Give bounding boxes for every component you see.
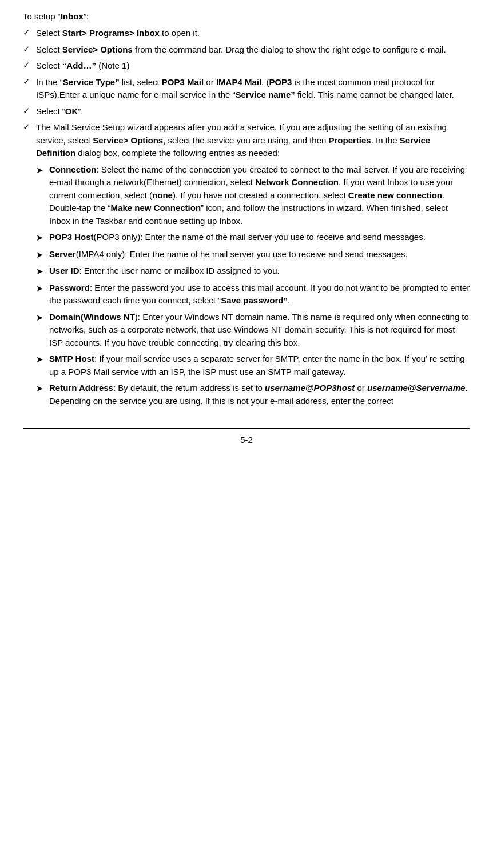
arrow-icon: ➤: [36, 164, 43, 177]
checkmark-icon: ✓: [23, 27, 30, 38]
list-item: ➤ Password: Enter the password you use t…: [36, 282, 470, 307]
arrow-icon: ➤: [36, 265, 43, 278]
bullet-text: The Mail Service Setup wizard appears af…: [36, 121, 470, 411]
arrow-icon: ➤: [36, 353, 43, 366]
checkmark-icon: ✓: [23, 106, 30, 116]
sub-text: Server(IMPA4 only): Enter the name of he…: [49, 248, 470, 261]
list-item: ➤ Connection: Select the name of the con…: [36, 163, 470, 228]
sub-text: Return Address: By default, the return a…: [49, 382, 470, 407]
checkmark-icon: ✓: [23, 44, 30, 54]
arrow-icon: ➤: [36, 311, 43, 325]
bullet-text: Select “OK”.: [36, 105, 470, 118]
list-item: ➤ Server(IMPA4 only): Enter the name of …: [36, 248, 470, 262]
list-item: ➤ SMTP Host: If your mail service uses a…: [36, 353, 470, 378]
sub-text: Domain(Windows NT): Enter your Windows N…: [49, 311, 470, 350]
list-item: ➤ Return Address: By default, the return…: [36, 382, 470, 407]
page-title: To setup “Inbox”:: [23, 11, 470, 21]
sub-text: POP3 Host(POP3 only): Enter the name of …: [49, 231, 470, 244]
main-bullet-list: ✓ Select Start> Programs> Inbox to open …: [23, 27, 470, 411]
list-item: ✓ In the “Service Type” list, select POP…: [23, 76, 470, 102]
list-item: ➤ POP3 Host(POP3 only): Enter the name o…: [36, 231, 470, 245]
arrow-icon: ➤: [36, 282, 43, 295]
sub-text: User ID: Enter the user name or mailbox …: [49, 265, 470, 278]
list-item: ✓ Select “OK”.: [23, 105, 470, 118]
list-item: ✓ Select Service> Options from the comma…: [23, 43, 470, 57]
checkmark-icon: ✓: [23, 122, 30, 132]
list-item: ➤ User ID: Enter the user name or mailbo…: [36, 265, 470, 278]
arrow-icon: ➤: [36, 231, 43, 245]
page-number: 5-2: [240, 435, 253, 445]
bullet-text: Select Service> Options from the command…: [36, 43, 470, 57]
sub-bullet-list: ➤ Connection: Select the name of the con…: [36, 163, 470, 408]
page-footer: 5-2: [23, 428, 470, 445]
bullet-text: In the “Service Type” list, select POP3 …: [36, 76, 470, 102]
arrow-icon: ➤: [36, 382, 43, 395]
list-item: ✓ Select Start> Programs> Inbox to open …: [23, 27, 470, 40]
sub-text: Connection: Select the name of the conne…: [49, 163, 470, 228]
sub-text: Password: Enter the password you use to …: [49, 282, 470, 307]
checkmark-icon: ✓: [23, 77, 30, 87]
sub-text: SMTP Host: If your mail service uses a s…: [49, 353, 470, 378]
arrow-icon: ➤: [36, 249, 43, 262]
list-item: ✓ Select “Add…” (Note 1): [23, 59, 470, 73]
list-item: ➤ Domain(Windows NT): Enter your Windows…: [36, 311, 470, 350]
checkmark-icon: ✓: [23, 60, 30, 70]
list-item: ✓ The Mail Service Setup wizard appears …: [23, 121, 470, 411]
bullet-text: Select “Add…” (Note 1): [36, 59, 470, 73]
content-area: To setup “Inbox”: ✓ Select Start> Progra…: [23, 11, 470, 445]
bullet-text: Select Start> Programs> Inbox to open it…: [36, 27, 470, 40]
